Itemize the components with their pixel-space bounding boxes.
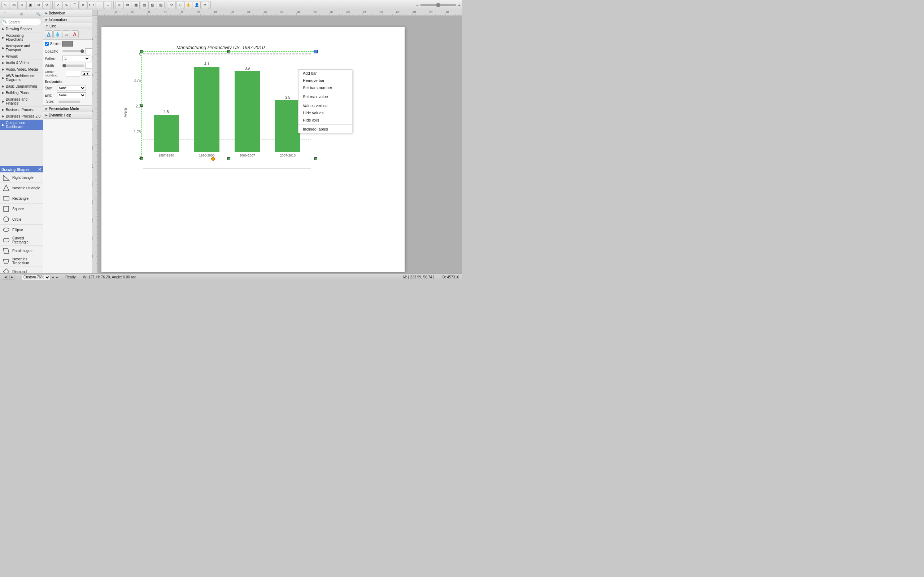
sidebar-item-artwork[interactable]: ▶Artwork (0, 53, 43, 60)
cross-hatch-btn[interactable]: ▨ (157, 1, 165, 9)
ctx-set-max-value[interactable]: Set max value (299, 93, 352, 100)
ctx-remove-bar[interactable]: Remove bar (299, 77, 352, 84)
zoom-fit-btn[interactable]: ⊙ (176, 1, 184, 9)
ctx-set-bars-number[interactable]: Set bars number (299, 84, 352, 91)
sidebar-item-business-finance[interactable]: ▶Business and Finance (0, 96, 43, 107)
dbl-arrow-btn[interactable]: ↔ (104, 1, 112, 9)
ctx-hide-axis[interactable]: Hide axis (299, 116, 352, 124)
corner-input[interactable]: 0 mm (66, 71, 80, 76)
end-select[interactable]: None (57, 92, 86, 98)
zoom-plus-icon[interactable]: + (458, 2, 460, 8)
sidebar-menu-btn[interactable]: ☰ (2, 11, 8, 17)
refresh-btn[interactable]: ⟳ (168, 1, 176, 9)
opacity-slider[interactable] (63, 50, 84, 52)
sidebar-item-audio-video[interactable]: ▶Audio & Video (0, 60, 43, 66)
handle-bm[interactable] (228, 157, 230, 160)
shape-item-parallelogram[interactable]: Parallelogram (0, 246, 43, 256)
shape-item-rectangle[interactable]: Rectangle (0, 193, 43, 204)
shape-item-square[interactable]: Square (0, 204, 43, 214)
table-btn[interactable]: ▦ (132, 1, 140, 9)
canvas-scroll[interactable]: 153045607590105120135150165180195210 Man… (92, 16, 462, 273)
shape-item-curved-rectangle[interactable]: Curved Rectangle (0, 235, 43, 246)
line-header[interactable]: ▼ Line (43, 23, 92, 29)
rectangle-tool-btn[interactable]: ▭ (10, 1, 18, 9)
size-slider[interactable] (58, 101, 80, 103)
shape-item-right-triangle[interactable]: Right triangle (0, 172, 43, 183)
cross-tool-btn[interactable]: ⊕ (35, 1, 43, 9)
line-border-btn[interactable]: ▭ (62, 30, 70, 38)
page-next-btn[interactable]: ▶ (10, 275, 15, 280)
search-input[interactable] (2, 19, 42, 25)
behaviour-header[interactable]: ▶ Behaviour (43, 10, 92, 16)
sidebar-item-business-process[interactable]: ▶Business Process (0, 107, 43, 113)
pattern-select[interactable]: 1: (63, 56, 90, 61)
handle-tm[interactable] (228, 50, 230, 53)
hand-btn[interactable]: ✋ (184, 1, 192, 9)
pattern-btn[interactable]: ▤ (140, 1, 148, 9)
ctx-values-vertical[interactable]: Values vertical (299, 102, 352, 109)
layer-btn[interactable]: ⧉ (123, 1, 131, 9)
width-slider[interactable] (63, 64, 84, 67)
sidebar-item-aerospace[interactable]: ▶Aerospace and Transport (0, 43, 43, 53)
arc-tool-btn[interactable]: ⌒ (71, 1, 79, 9)
sidebar-item-accounting[interactable]: ▶Accounting Flowcharts (0, 32, 43, 43)
shape-item-diamond[interactable]: Diamond (0, 266, 43, 273)
sidebar-item-comparison[interactable]: ▶Comparison Dashboard (0, 120, 43, 130)
bar-0[interactable] (154, 115, 179, 152)
sidebar-grid-btn[interactable]: ⊞ (18, 11, 25, 17)
information-header[interactable]: ▶ Information (43, 16, 92, 23)
ctx-inclined-labels[interactable]: Inclined lables (299, 126, 352, 133)
drawing-shapes-close-btn[interactable]: ✕ (38, 167, 42, 172)
shape-item-isosceles-triangle[interactable]: Isosceles triangle (0, 183, 43, 193)
bracket-tool-btn[interactable]: ⊣ (96, 1, 103, 9)
dynamic-help-row[interactable]: ▶ Dynamic Help (43, 112, 92, 119)
select-tool-btn[interactable]: ↖ (2, 1, 10, 9)
circle-tool-btn[interactable]: ○ (18, 1, 26, 9)
shape-item-ellipse[interactable]: Ellipse (0, 225, 43, 235)
line-tool-btn[interactable]: ⟷ (87, 1, 95, 9)
line-color-btn[interactable]: A (45, 30, 53, 38)
sidebar-search-btn[interactable]: 🔍 (35, 11, 42, 17)
start-select[interactable]: None (57, 85, 86, 91)
arrow-tool-btn[interactable]: ↗ (54, 1, 62, 9)
sidebar-item-basic[interactable]: ▶Basic Diagramming (0, 83, 43, 90)
presentation-row[interactable]: ▶ Presentation Mode (43, 106, 92, 112)
corner-stepper[interactable]: ▲▼ (82, 71, 90, 76)
sidebar-item-audio-video-media[interactable]: ▶Audio, Video, Media (0, 66, 43, 73)
zoom-minus-icon[interactable]: − (416, 2, 419, 8)
line-text-btn[interactable]: A (71, 30, 79, 38)
handle-tr[interactable] (314, 50, 317, 53)
handle-tl[interactable] (141, 50, 143, 53)
handle-br[interactable] (314, 157, 317, 160)
zoom-out-btn[interactable]: − (56, 275, 58, 279)
zoom-select[interactable]: Custom 76% (22, 274, 50, 280)
page-prev-btn[interactable]: ◀ (3, 275, 8, 280)
bar-1[interactable] (194, 67, 220, 152)
bar-3[interactable] (275, 100, 300, 153)
rotate-tool-btn[interactable]: ⟳ (43, 1, 51, 9)
ctx-hide-values[interactable]: Hide values (299, 109, 352, 116)
handle-blue-tr[interactable] (314, 50, 318, 53)
stroke-color-swatch[interactable] (62, 41, 73, 47)
canvas-content[interactable]: Manufacturing Productivity US, 1987-2010… (98, 16, 462, 273)
stroke-checkbox[interactable] (45, 42, 49, 46)
zoom-region-btn[interactable]: ⊕ (115, 1, 123, 9)
curve-tool-btn[interactable]: ∿ (63, 1, 70, 9)
ctx-add-bar[interactable]: Add bar (299, 69, 352, 77)
sidebar-item-building[interactable]: ▶Building Plans (0, 90, 43, 96)
zoom-slider[interactable] (420, 4, 456, 6)
pen-btn[interactable]: ✏ (201, 1, 209, 9)
sidebar-item-aws[interactable]: ▶AWS Architecture Diagrams (0, 73, 43, 83)
sidebar-item-drawing-shapes[interactable]: ▶Drawing Shapes (0, 26, 43, 32)
sidebar-item-business-process-2[interactable]: ▶Business Process 2,0 (0, 113, 43, 120)
hatch-btn[interactable]: ▧ (149, 1, 156, 9)
grid-tool-btn[interactable]: ▣ (26, 1, 34, 9)
connector-tool-btn[interactable]: ⌀ (79, 1, 87, 9)
shape-item-circle[interactable]: Circle (0, 214, 43, 225)
line-fill-btn[interactable]: 💧 (53, 30, 61, 38)
shape-item-isosceles-trapezium[interactable]: Isosceles Trapezium (0, 256, 43, 266)
bar-2[interactable] (234, 71, 260, 152)
handle-orange-b[interactable] (211, 156, 215, 161)
zoom-in-btn[interactable]: + (52, 275, 54, 279)
person-btn[interactable]: 👤 (193, 1, 201, 9)
